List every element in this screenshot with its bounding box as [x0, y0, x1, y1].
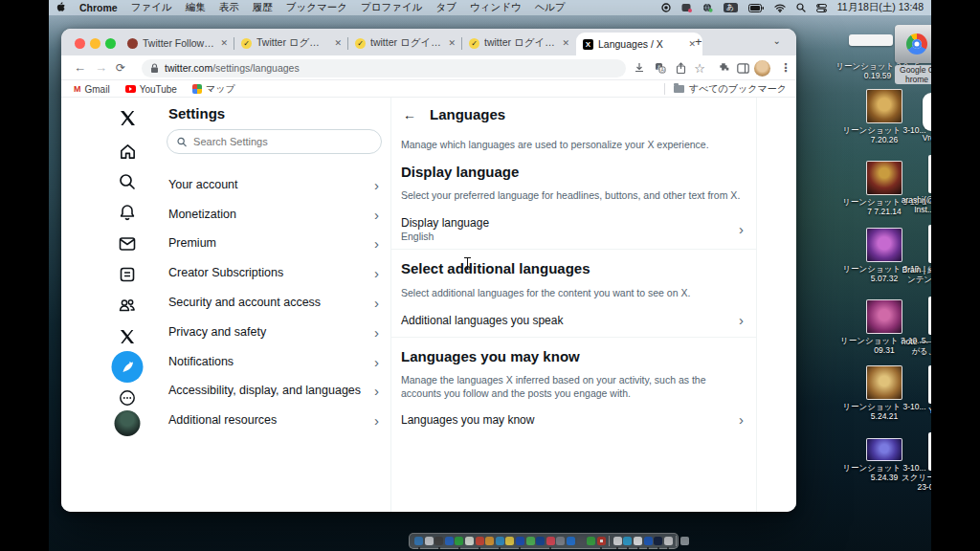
extensions-puzzle-icon[interactable] — [716, 59, 733, 77]
dock-icon-trash[interactable] — [680, 537, 689, 545]
dock-icon[interactable] — [623, 537, 632, 545]
menu-view[interactable]: 表示 — [219, 1, 239, 14]
close-window-button[interactable] — [75, 38, 85, 49]
app-status-icon[interactable] — [681, 3, 692, 12]
close-tab-icon[interactable]: ✕ — [448, 38, 456, 48]
tab-twitter-login-2[interactable]: twitter ログイン, Norton ✕ — [348, 31, 462, 55]
dock-icon[interactable] — [445, 537, 454, 545]
download-icon[interactable] — [631, 59, 648, 77]
dock-icon[interactable] — [505, 537, 514, 545]
side-panel-icon[interactable] — [734, 59, 751, 77]
menu-tab[interactable]: タブ — [435, 1, 457, 14]
desktop-icon-chrome-installer[interactable]: Google Chrome — [895, 25, 931, 84]
dock-icon[interactable] — [556, 537, 565, 545]
dock[interactable] — [409, 533, 679, 549]
zoom-window-button[interactable] — [105, 38, 116, 49]
dock-icon[interactable] — [587, 537, 595, 545]
settings-item-notifications[interactable]: Notifications› — [158, 347, 390, 376]
menu-bar-clock[interactable]: 11月18日(土) 13:48 — [837, 1, 924, 14]
desktop-icon-weblink[interactable]: @HTTP note ——つくる、つ ながる、とどける。 — [901, 297, 931, 356]
desktop-icon-weblink[interactable]: @HTTP YouTube — [901, 365, 931, 415]
dock-icon-music[interactable] — [546, 537, 555, 545]
apple-menu-icon[interactable] — [56, 2, 66, 14]
bookmark-star-icon[interactable]: ☆ — [691, 59, 708, 77]
x-logo-icon[interactable] — [118, 108, 137, 127]
dock-icon-appstore[interactable] — [567, 537, 575, 545]
settings-item-creator-subscriptions[interactable]: Creator Subscriptions› — [158, 258, 390, 287]
menu-file[interactable]: ファイル — [131, 1, 172, 14]
dock-icon[interactable] — [654, 537, 662, 545]
settings-item-privacy[interactable]: Privacy and safety› — [158, 318, 390, 346]
globe-status-icon[interactable] — [702, 3, 713, 12]
more-options-icon[interactable] — [118, 388, 137, 408]
premium-x-icon[interactable] — [118, 327, 137, 346]
lists-icon[interactable] — [118, 265, 137, 284]
kebab-menu-icon[interactable]: ⋮ — [777, 59, 794, 77]
wifi-icon[interactable] — [774, 4, 786, 12]
menu-history[interactable]: 履歴 — [253, 1, 273, 14]
dock-icon[interactable] — [577, 537, 586, 545]
desktop-icon-screenshot-doc[interactable]: スクリーンショット 2023-0...13.18.06 — [901, 432, 931, 492]
menu-window[interactable]: ウィンドウ — [470, 1, 522, 14]
settings-item-your-account[interactable]: Your account› — [158, 170, 390, 199]
compose-post-button[interactable] — [112, 351, 144, 383]
dock-icon[interactable] — [425, 537, 434, 545]
translate-icon[interactable]: あA — [652, 59, 669, 77]
bookmark-maps[interactable]: マップ — [192, 82, 235, 96]
communities-icon[interactable] — [118, 296, 137, 315]
dock-icon[interactable] — [516, 537, 524, 545]
dock-icon[interactable] — [536, 537, 545, 545]
menu-app-name[interactable]: Chrome — [79, 2, 118, 13]
tab-search-chevron-icon[interactable]: ⌄ — [773, 35, 781, 46]
close-tab-icon[interactable]: ✕ — [220, 38, 228, 48]
tab-twitter-login-3[interactable]: twitter ログイン, Norton ✕ — [462, 31, 576, 55]
battery-icon[interactable] — [748, 4, 764, 12]
tab-twitter-login-1[interactable]: Twitter ログイン, Norton ✕ — [234, 31, 348, 55]
bookmark-gmail[interactable]: MGmail — [74, 84, 110, 95]
control-center-icon[interactable] — [816, 4, 827, 12]
all-bookmarks-button[interactable]: すべてのブックマーク — [664, 83, 787, 95]
menu-profiles[interactable]: プロファイル — [361, 1, 422, 14]
spotlight-search-icon[interactable] — [796, 3, 806, 12]
menu-bookmarks[interactable]: ブックマーク — [286, 1, 347, 14]
bookmark-youtube[interactable]: YouTube — [125, 84, 177, 95]
search-settings-input[interactable] — [193, 136, 371, 147]
notifications-bell-icon[interactable] — [118, 203, 137, 222]
account-avatar[interactable] — [115, 410, 141, 436]
dock-icon[interactable] — [476, 537, 484, 545]
desktop-icon-vrew[interactable]: V Vrew 1.8.0 — [898, 93, 931, 143]
menu-edit[interactable]: 編集 — [186, 1, 206, 14]
desktop-icon-weblink[interactable]: @HTTP Brain | 紹介機能付き コンテンツ…ブレイン — [901, 225, 931, 284]
messages-icon[interactable] — [118, 234, 137, 253]
row-display-language[interactable]: Display language English › — [391, 216, 756, 242]
input-source-icon[interactable]: あ — [724, 3, 738, 12]
dock-icon[interactable] — [664, 537, 673, 545]
record-status-icon[interactable] — [661, 3, 671, 12]
settings-search-box[interactable] — [167, 129, 382, 154]
dock-icon-finder[interactable] — [414, 537, 423, 545]
address-bar[interactable]: twitter.com/settings/languages — [142, 59, 626, 77]
tab-languages-active[interactable]: X Languages / X ✕ — [576, 33, 702, 55]
dock-icon[interactable] — [485, 537, 494, 545]
settings-item-security[interactable]: Security and account access› — [158, 288, 390, 317]
new-tab-button[interactable]: + — [695, 34, 702, 49]
settings-item-premium[interactable]: Premium› — [158, 229, 390, 257]
forward-button[interactable]: → — [95, 60, 107, 75]
dock-icon[interactable] — [526, 537, 535, 545]
share-icon[interactable] — [672, 59, 689, 77]
dock-icon[interactable] — [496, 537, 504, 545]
settings-item-additional-resources[interactable]: Additional resources› — [158, 406, 390, 434]
close-tab-icon[interactable]: ✕ — [334, 38, 342, 48]
dock-icon-chrome[interactable] — [597, 537, 606, 545]
dock-icon[interactable] — [644, 537, 653, 545]
back-arrow-icon[interactable]: ← — [403, 107, 430, 122]
home-icon[interactable] — [118, 142, 137, 161]
dock-icon[interactable] — [613, 537, 622, 545]
reload-button[interactable]: ⟳ — [116, 61, 125, 75]
settings-item-monetization[interactable]: Monetization› — [158, 200, 390, 229]
minimize-window-button[interactable] — [90, 38, 100, 49]
dock-icon[interactable] — [434, 537, 443, 545]
dock-icon[interactable] — [455, 537, 463, 545]
dock-icon[interactable] — [634, 537, 642, 545]
settings-item-accessibility[interactable]: Accessibility, display, and languages› — [158, 376, 390, 405]
